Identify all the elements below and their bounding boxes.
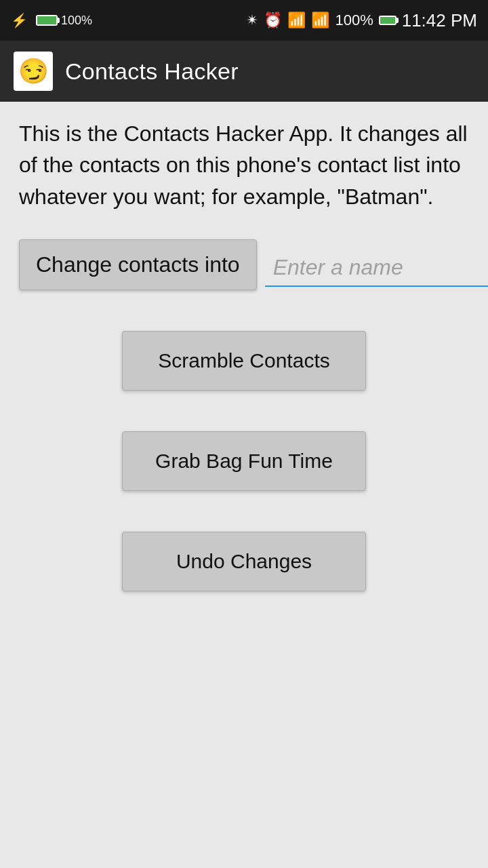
bluetooth-icon: ✴: [246, 12, 258, 29]
battery-small-indicator: 100%: [36, 14, 92, 28]
status-time: 11:42 PM: [402, 10, 477, 31]
change-contacts-row: Change contacts into: [19, 239, 469, 290]
change-contacts-button[interactable]: Change contacts into: [19, 239, 257, 290]
undo-changes-button[interactable]: Undo Changes: [122, 532, 366, 591]
battery-icon: [379, 16, 396, 25]
name-input[interactable]: [265, 243, 488, 287]
status-bar: ⚡ 100% ✴ ⏰ 📶 📶 100% 11:42 PM: [0, 0, 488, 41]
signal-icon: 📶: [311, 12, 329, 29]
action-buttons-container: Scramble Contacts Grab Bag Fun Time Undo…: [19, 331, 469, 632]
battery-percentage: 100%: [335, 12, 373, 29]
app-description: This is the Contacts Hacker App. It chan…: [19, 118, 469, 212]
wifi-icon: 📶: [287, 12, 306, 29]
alarm-icon: ⏰: [264, 12, 282, 29]
app-toolbar: 😏 Contacts Hacker: [0, 41, 488, 102]
app-icon: 😏: [14, 52, 53, 91]
grab-bag-fun-time-button[interactable]: Grab Bag Fun Time: [122, 431, 366, 491]
main-content: This is the Contacts Hacker App. It chan…: [0, 102, 488, 868]
status-right-icons: ✴ ⏰ 📶 📶 100% 11:42 PM: [246, 10, 477, 31]
troll-face-icon: 😏: [18, 57, 49, 85]
usb-icon: ⚡: [11, 12, 28, 28]
app-title: Contacts Hacker: [65, 58, 239, 85]
battery-small-label: 100%: [61, 14, 92, 28]
scramble-contacts-button[interactable]: Scramble Contacts: [122, 331, 366, 391]
status-left-icons: ⚡ 100%: [11, 12, 92, 28]
